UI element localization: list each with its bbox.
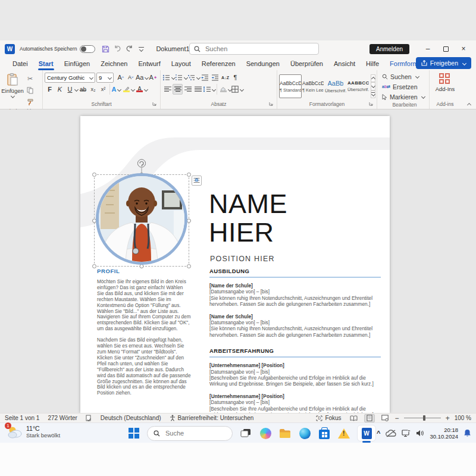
tab-referenzen[interactable]: Referenzen xyxy=(196,58,241,69)
resize-handle-e[interactable] xyxy=(187,218,191,223)
profil-heading[interactable]: PROFIL xyxy=(97,268,191,274)
minimize-button[interactable]: – xyxy=(419,41,437,57)
align-center-button[interactable] xyxy=(173,84,183,95)
borders-button[interactable] xyxy=(231,84,243,95)
sort-button[interactable]: A↓Z xyxy=(220,72,230,83)
ausbildung-heading[interactable]: AUSBILDUNG xyxy=(209,268,381,277)
addins-button[interactable]: Add-Ins xyxy=(431,73,459,92)
title-search-box[interactable] xyxy=(189,43,319,55)
save-icon[interactable] xyxy=(100,43,111,54)
style-ueberschrift-2[interactable]: AABBCC Überschrif... xyxy=(347,74,369,98)
file-explorer-button[interactable] xyxy=(278,427,292,440)
arbeitserfahrung-heading[interactable]: ARBEITSERFAHRUNG xyxy=(209,347,381,356)
show-paragraph-marks-button[interactable]: ¶ xyxy=(230,72,240,83)
print-layout-button[interactable] xyxy=(364,414,375,422)
collapse-ribbon-icon[interactable] xyxy=(467,103,471,107)
select-button[interactable]: Markieren xyxy=(382,92,427,101)
find-button[interactable]: Suchen xyxy=(382,72,427,81)
tab-start[interactable]: Start xyxy=(33,58,59,69)
undo-icon[interactable] xyxy=(112,43,123,54)
justify-button[interactable] xyxy=(193,84,203,95)
volume-icon[interactable] xyxy=(416,430,424,437)
font-name-combo[interactable]: Century Gothic xyxy=(45,73,95,83)
resume-main-column[interactable]: AUSBILDUNG [Name der Schule] [Datumsanga… xyxy=(209,268,381,413)
education-entry[interactable]: [Name der Schule] [Datumsangabe von] – [… xyxy=(209,283,381,308)
superscript-button[interactable]: x² xyxy=(98,84,108,95)
style-kein-leerraum[interactable]: AaBbCcD ¶ Kein Lee... xyxy=(302,74,324,98)
cut-icon[interactable]: ✂ xyxy=(25,73,35,84)
signin-button[interactable]: Anmelden xyxy=(369,44,409,54)
edge-button[interactable] xyxy=(298,427,311,440)
microsoft-store-button[interactable] xyxy=(318,427,331,440)
redo-icon[interactable] xyxy=(124,43,134,54)
styles-scroll-up-icon[interactable] xyxy=(371,74,375,82)
increase-indent-button[interactable] xyxy=(210,72,220,83)
tab-datei[interactable]: Datei xyxy=(7,58,33,69)
tab-ueberpruefen[interactable]: Überprüfen xyxy=(285,58,328,69)
experience-entry[interactable]: [Unternehmensname] [Position] [Datumsang… xyxy=(209,393,381,413)
tab-zeichnen[interactable]: Zeichnen xyxy=(95,58,133,69)
styles-gallery-more-icon[interactable] xyxy=(371,90,375,98)
tab-ansicht[interactable]: Ansicht xyxy=(328,58,361,69)
page-indicator[interactable]: Seite 1 von 1 xyxy=(5,415,39,421)
zoom-level[interactable]: 100 % xyxy=(455,415,471,421)
copilot-button[interactable] xyxy=(259,427,272,440)
share-button[interactable]: Freigeben xyxy=(416,57,471,69)
layout-options-button[interactable] xyxy=(192,176,202,186)
tab-entwurf[interactable]: Entwurf xyxy=(133,58,165,69)
proofing-status[interactable] xyxy=(86,415,92,421)
grow-font-button[interactable]: A˄ xyxy=(115,72,126,83)
rotate-handle-icon[interactable] xyxy=(137,159,146,168)
clear-formatting-button[interactable]: A✦ xyxy=(148,72,158,83)
tab-layout[interactable]: Layout xyxy=(166,58,196,69)
shrink-font-button[interactable]: A˅ xyxy=(126,72,136,83)
zoom-out-button[interactable]: − xyxy=(395,414,399,422)
zoom-slider-thumb[interactable] xyxy=(423,415,425,421)
word-count[interactable]: 272 Wörter xyxy=(48,415,77,421)
highlight-button[interactable] xyxy=(121,84,131,95)
autosave-toggle[interactable] xyxy=(80,45,95,53)
font-color-dropdown-icon[interactable] xyxy=(144,87,148,91)
font-dialog-launcher[interactable] xyxy=(152,102,157,107)
alert-button[interactable] xyxy=(337,427,350,440)
profile-column[interactable]: PROFIL Möchten Sie Ihr eigenes Bild in d… xyxy=(97,268,191,402)
paste-button[interactable]: Einfügen xyxy=(2,73,23,108)
tab-sendungen[interactable]: Sendungen xyxy=(241,58,285,69)
font-size-combo[interactable]: 9 xyxy=(96,73,114,83)
language-indicator[interactable]: Deutsch (Deutschland) xyxy=(101,415,161,421)
maximize-button[interactable] xyxy=(437,41,455,57)
resize-handle-sw[interactable] xyxy=(92,264,96,268)
tray-overflow-chevron[interactable]: ^ xyxy=(377,430,380,437)
read-mode-button[interactable] xyxy=(349,414,359,422)
resume-position[interactable]: POSITION HIER xyxy=(210,255,275,263)
customize-quick-access-icon[interactable] xyxy=(136,43,146,54)
bullet-list-button[interactable] xyxy=(162,72,175,83)
styles-scroll-down-icon[interactable] xyxy=(371,82,375,90)
copy-icon[interactable] xyxy=(25,85,35,96)
notification-bell-icon[interactable] xyxy=(464,429,471,437)
resume-name[interactable]: NAME HIER xyxy=(209,190,287,247)
document-page[interactable]: NAME HIER POSITION HIER PROFIL Möchten S… xyxy=(80,116,390,413)
change-case-button[interactable]: Aa xyxy=(136,72,148,83)
style-standard[interactable]: AaBbCcD ¶ Standard xyxy=(279,74,302,98)
network-icon[interactable] xyxy=(402,430,411,437)
bold-button[interactable]: F xyxy=(45,84,55,95)
profile-photo[interactable] xyxy=(96,173,187,265)
numbered-list-button[interactable] xyxy=(175,72,187,83)
taskbar-search-box[interactable] xyxy=(147,426,233,441)
onedrive-icon[interactable] xyxy=(386,430,396,437)
font-color-button[interactable]: A xyxy=(134,84,145,95)
line-spacing-button[interactable] xyxy=(203,84,215,95)
taskbar-search-input[interactable] xyxy=(164,429,224,437)
experience-entry[interactable]: [Unternehmensname] [Position] [Datumsang… xyxy=(209,362,381,387)
shading-button[interactable] xyxy=(218,84,228,95)
zoom-slider[interactable] xyxy=(404,418,441,418)
education-entry[interactable]: [Name der Schule] [Datumsangabe von] – [… xyxy=(209,314,381,339)
weather-widget[interactable]: 1 11°C Stark bewölkt xyxy=(7,425,60,439)
align-right-button[interactable] xyxy=(183,84,193,95)
strikethrough-button[interactable]: ab xyxy=(78,84,88,95)
resize-handle-nw[interactable] xyxy=(92,173,96,177)
decrease-indent-button[interactable] xyxy=(200,72,210,83)
styles-dialog-launcher[interactable] xyxy=(369,102,374,107)
start-button[interactable] xyxy=(127,427,140,440)
